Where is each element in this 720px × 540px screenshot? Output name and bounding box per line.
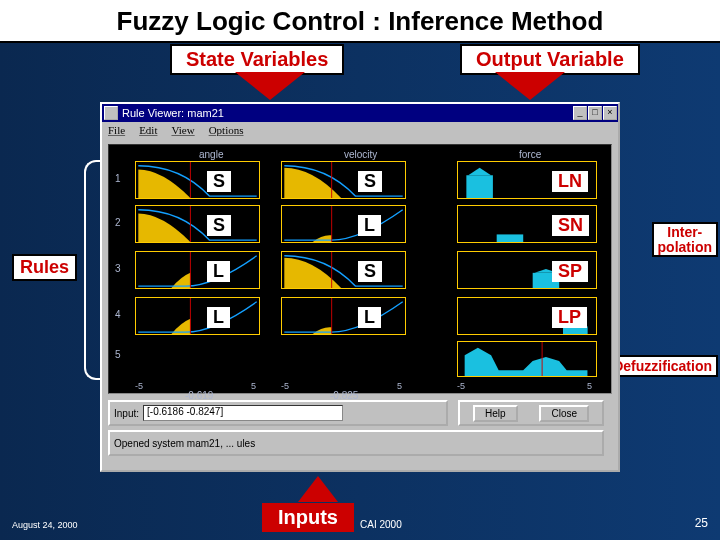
value-label: -0.825: [330, 390, 358, 401]
down-arrow-icon: [495, 72, 565, 100]
svg-rect-6: [497, 234, 524, 242]
mf-label: S: [358, 171, 382, 192]
mf-cell: [281, 161, 406, 199]
mf-cell: [281, 205, 406, 243]
close-button[interactable]: Close: [539, 405, 589, 422]
bottom-panel: Input: [-0.6186 -0.8247] Help Close Open…: [108, 400, 612, 464]
menu-options[interactable]: Options: [209, 124, 244, 138]
tick-label: -5: [457, 381, 465, 391]
out-label: SN: [552, 215, 589, 236]
title-bar[interactable]: Rule Viewer: mam21 _ □ ×: [102, 104, 618, 122]
mf-label: L: [207, 307, 230, 328]
tick-label: -5: [135, 381, 143, 391]
footer-date: August 24, 2000: [12, 520, 78, 530]
row-number: 2: [115, 217, 121, 228]
menu-edit[interactable]: Edit: [139, 124, 157, 138]
maximize-button[interactable]: □: [588, 106, 602, 120]
col-header-velocity: velocity: [344, 149, 377, 160]
menu-file[interactable]: File: [108, 124, 125, 138]
input-field[interactable]: [-0.6186 -0.8247]: [143, 405, 343, 421]
mf-label: L: [358, 307, 381, 328]
rule-viewer-window: Rule Viewer: mam21 _ □ × File Edit View …: [100, 102, 620, 472]
row-number: 5: [115, 349, 121, 360]
tick-label: -5: [281, 381, 289, 391]
out-label: LN: [552, 171, 588, 192]
aggregate-output-cell: [457, 341, 597, 377]
row-number: 4: [115, 309, 121, 320]
status-text: Opened system mam21, ... ules: [114, 438, 255, 449]
output-variable-label: Output Variable: [460, 44, 640, 75]
mf-label: S: [207, 171, 231, 192]
mf-cell: [281, 297, 406, 335]
value-label: -0.619: [185, 390, 213, 401]
out-label: SP: [552, 261, 588, 282]
state-variables-label: State Variables: [170, 44, 344, 75]
tick-label: 5: [587, 381, 592, 391]
svg-rect-2: [466, 175, 493, 198]
menu-bar: File Edit View Options: [102, 122, 618, 140]
down-arrow-icon: [235, 72, 305, 100]
out-label: LP: [552, 307, 587, 328]
mf-cell: [281, 251, 406, 289]
footer-mid: CAI 2000: [360, 519, 402, 530]
svg-marker-3: [468, 168, 491, 176]
app-icon: [104, 106, 118, 120]
svg-marker-14: [465, 348, 588, 376]
inputs-label: Inputs: [262, 503, 354, 532]
col-header-angle: angle: [199, 149, 223, 160]
mf-label: L: [207, 261, 230, 282]
up-arrow-icon: [298, 476, 338, 502]
window-title: Rule Viewer: mam21: [122, 107, 224, 119]
help-button[interactable]: Help: [473, 405, 518, 422]
mf-label: L: [358, 215, 381, 236]
mf-cell: [135, 297, 260, 335]
col-header-force: force: [519, 149, 541, 160]
tick-label: 5: [397, 381, 402, 391]
input-label: Input:: [114, 408, 139, 419]
minimize-button[interactable]: _: [573, 106, 587, 120]
mf-label: S: [207, 215, 231, 236]
close-button[interactable]: ×: [603, 106, 617, 120]
rules-label: Rules: [12, 254, 77, 281]
row-number: 1: [115, 173, 121, 184]
row-number: 3: [115, 263, 121, 274]
tick-label: 5: [251, 381, 256, 391]
interpolation-label: Inter-polation: [652, 222, 718, 257]
mf-cell: [135, 161, 260, 199]
menu-view[interactable]: View: [171, 124, 194, 138]
defuzzification-label: Defuzzification: [607, 355, 718, 377]
slide-title: Fuzzy Logic Control : Inference Method: [0, 0, 720, 43]
mf-cell: [135, 251, 260, 289]
mf-label: S: [358, 261, 382, 282]
mf-cell: [135, 205, 260, 243]
page-number: 25: [695, 516, 708, 530]
